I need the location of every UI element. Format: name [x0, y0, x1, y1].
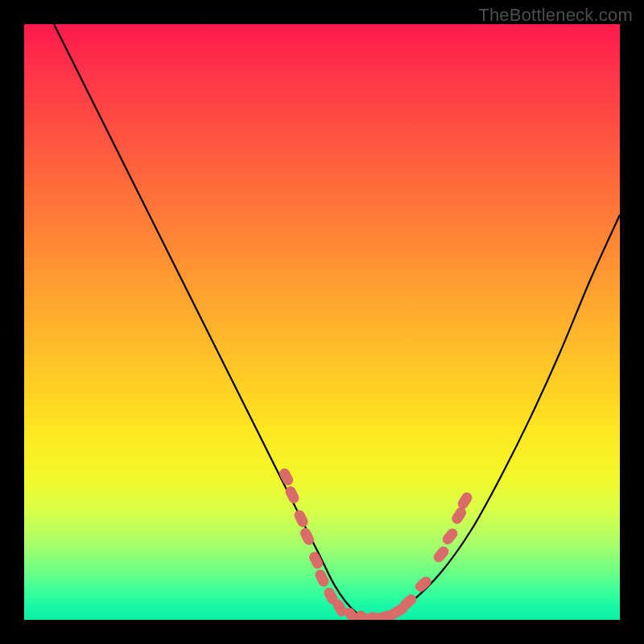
marker-layer — [278, 467, 474, 620]
marker-pill — [440, 526, 460, 547]
outer-frame: TheBottleneck.com — [0, 0, 644, 644]
marker-pill — [292, 508, 309, 528]
curve-marker — [292, 508, 309, 528]
curve-marker — [440, 526, 460, 547]
marker-pill — [413, 574, 433, 593]
curve-marker — [431, 544, 451, 564]
curve-marker — [413, 574, 433, 593]
bottleneck-curve — [54, 24, 620, 620]
marker-pill — [431, 544, 451, 564]
chart-svg — [24, 24, 620, 620]
plot-area — [24, 24, 620, 620]
curve-layer — [54, 24, 620, 620]
watermark-text: TheBottleneck.com — [478, 5, 633, 26]
